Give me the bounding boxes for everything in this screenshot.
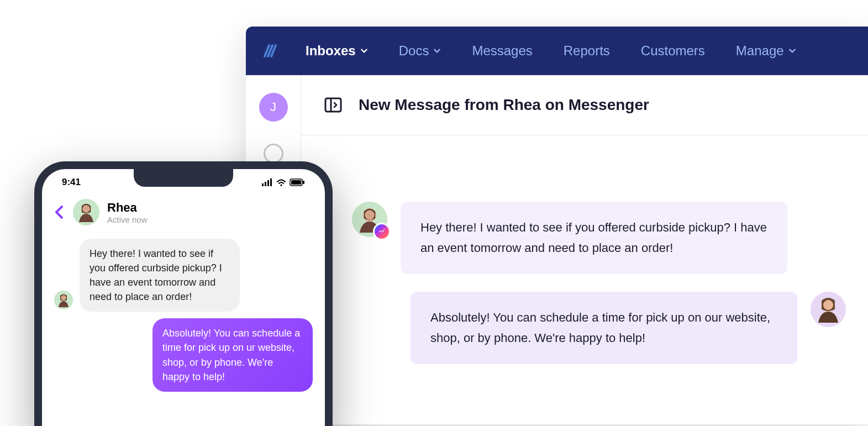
status-time: 9:41 [62, 177, 81, 188]
phone-message-bubble: Absolutely! You can schedule a time for … [152, 318, 313, 391]
svg-rect-12 [267, 180, 269, 186]
chevron-down-icon [433, 47, 441, 55]
chevron-down-icon [788, 47, 796, 55]
svg-point-20 [82, 205, 90, 213]
svg-point-14 [281, 185, 282, 186]
back-chevron-icon[interactable] [54, 204, 65, 220]
svg-rect-10 [262, 183, 264, 186]
nav-label: Reports [564, 43, 610, 59]
sidebar-user-avatar[interactable]: J [259, 93, 288, 122]
contact-name: Rhea [107, 201, 148, 215]
nav-label: Docs [399, 43, 429, 59]
app-logo-icon [261, 42, 279, 60]
chevron-down-icon [360, 47, 368, 55]
nav-messages[interactable]: Messages [472, 43, 532, 59]
nav-reports[interactable]: Reports [564, 43, 610, 59]
svg-rect-16 [291, 180, 301, 185]
phone-message-row: Absolutely! You can schedule a time for … [54, 318, 313, 391]
svg-rect-11 [265, 182, 266, 186]
main-content: New Message from Rhea on Messenger Hey t… [301, 75, 868, 424]
search-icon[interactable] [264, 144, 283, 164]
thread-title: New Message from Rhea on Messenger [359, 96, 649, 114]
phone-chat-header: Rhea Active now [42, 188, 325, 234]
message-row: Hey there! I wanted to see if you offere… [352, 202, 846, 274]
nav-docs[interactable]: Docs [399, 43, 441, 59]
nav-manage[interactable]: Manage [736, 43, 796, 59]
svg-point-5 [365, 210, 375, 220]
agent-avatar[interactable] [811, 292, 846, 327]
desktop-app-window: Inboxes Docs Messages Reports Customers … [246, 27, 868, 424]
collapse-panel-icon[interactable] [323, 95, 343, 115]
svg-point-9 [823, 300, 833, 310]
messenger-badge-icon [373, 223, 391, 240]
svg-point-23 [61, 295, 66, 301]
wifi-icon [276, 178, 286, 186]
phone-messages: Hey there! I wanted to see if you offere… [42, 234, 325, 403]
nav-label: Messages [472, 43, 532, 59]
nav-label: Manage [736, 43, 784, 59]
message-row: Absolutely! You can schedule a time for … [352, 292, 846, 364]
contact-status: Active now [107, 215, 148, 224]
navbar: Inboxes Docs Messages Reports Customers … [246, 27, 868, 75]
message-avatar [54, 291, 73, 309]
phone-mockup: 9:41 Rhea Active now Hey there! I wanted… [34, 161, 333, 426]
nav-customers[interactable]: Customers [641, 43, 705, 59]
contact-avatar[interactable] [73, 199, 99, 225]
nav-label: Inboxes [306, 43, 356, 59]
customer-avatar[interactable] [352, 202, 387, 237]
phone-message-bubble: Hey there! I wanted to see if you offere… [80, 239, 240, 312]
signal-icon [262, 178, 273, 186]
message-bubble: Absolutely! You can schedule a time for … [411, 292, 797, 364]
phone-message-row: Hey there! I wanted to see if you offere… [54, 239, 313, 312]
battery-icon [290, 178, 305, 186]
nav-inboxes[interactable]: Inboxes [306, 43, 368, 59]
svg-rect-0 [325, 98, 341, 112]
thread-header: New Message from Rhea on Messenger [301, 75, 868, 135]
nav-label: Customers [641, 43, 705, 59]
svg-rect-17 [303, 181, 304, 184]
messages-area: Hey there! I wanted to see if you offere… [301, 135, 868, 404]
message-bubble: Hey there! I wanted to see if you offere… [401, 202, 787, 274]
svg-rect-13 [270, 178, 272, 186]
phone-notch [134, 169, 233, 187]
